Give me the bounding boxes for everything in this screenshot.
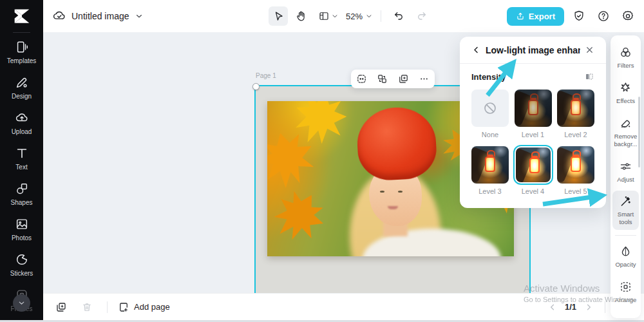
panel-header: Low-light image enhan… (471, 37, 594, 63)
intensity-row: Intensity (471, 71, 594, 82)
undo-button[interactable] (389, 6, 408, 26)
remove-background-icon (619, 117, 632, 130)
sidebar-item-design[interactable]: Design (0, 75, 43, 100)
tool-adjust[interactable]: Adjust (612, 156, 639, 187)
cloud-sync-icon (52, 9, 66, 23)
text-icon (15, 146, 29, 160)
sidebar-item-upload[interactable]: Upload (0, 111, 43, 135)
topbar-right-group: Export (507, 0, 638, 32)
sidebar-item-photos[interactable]: Photos (0, 217, 43, 242)
pagination-divider (605, 301, 605, 313)
templates-icon (15, 40, 29, 54)
tool-arrange[interactable]: Arrange (612, 276, 639, 308)
lantern-thumbnail (516, 147, 551, 182)
sidebar-item-shapes[interactable]: Shapes (0, 182, 43, 206)
redo-button[interactable] (412, 6, 431, 26)
select-subject-icon[interactable] (354, 71, 369, 87)
smart-tools-icon (619, 194, 632, 208)
tool-remove-background[interactable]: Remove backgr... (612, 113, 639, 152)
toolbar-divider (381, 10, 381, 22)
selection-toolbar (351, 70, 435, 88)
subject-lips (388, 206, 398, 209)
opacity-icon (619, 245, 632, 258)
bottom-bar: Add page 1/1 (43, 293, 644, 320)
filters-icon (619, 46, 632, 59)
right-toolbar: Filters Effects Remove backgr... Adjust … (611, 35, 641, 318)
bottom-left-group: Add page (52, 298, 170, 317)
duplicate-page-icon[interactable] (52, 298, 71, 317)
effects-icon (619, 81, 632, 95)
bottom-bar-divider (107, 301, 108, 313)
lantern-thumbnail (557, 90, 594, 127)
help-icon[interactable] (594, 6, 613, 26)
replace-icon[interactable] (375, 71, 390, 87)
upload-icon (15, 111, 29, 125)
shapes-icon (15, 182, 29, 196)
subject-eye (380, 191, 384, 193)
subject-eye (398, 191, 402, 193)
photos-icon (15, 217, 29, 231)
top-bar: Untitled image 52% (43, 0, 644, 32)
panel-divider (460, 63, 606, 64)
zoom-control[interactable]: 52% (346, 12, 373, 21)
select-tool-button[interactable] (269, 6, 288, 26)
intensity-label: Intensity (471, 72, 506, 82)
option-level-3[interactable]: Level 3 (471, 146, 509, 195)
low-light-enhance-panel: Low-light image enhan… Intensity None (460, 37, 606, 208)
tool-opacity[interactable]: Opacity (612, 241, 639, 272)
document-title: Untitled image (71, 11, 129, 21)
lantern-thumbnail (471, 146, 509, 184)
option-level-1[interactable]: Level 1 (515, 90, 552, 138)
add-page-icon (118, 301, 129, 313)
arrange-icon (619, 280, 632, 294)
zoom-chevron-down-icon (365, 12, 373, 20)
sidebar-item-stickers[interactable]: Stickers (0, 252, 43, 277)
add-page-label: Add page (134, 302, 170, 312)
adjust-icon (619, 160, 632, 173)
zoom-level: 52% (346, 12, 363, 21)
sidebar-items: Templates Design Upload Text Shapes Phot… (0, 40, 43, 312)
right-toolbar-divider (615, 235, 636, 236)
more-options-icon[interactable] (417, 71, 432, 87)
delete-page-icon[interactable] (77, 298, 97, 317)
tool-smart-tools[interactable]: Smart tools (612, 191, 639, 230)
panel-title: Low-light image enhan… (486, 45, 580, 55)
close-icon[interactable] (585, 45, 594, 55)
tool-filters[interactable]: Filters (612, 42, 639, 73)
sidebar-divider (13, 32, 30, 33)
previous-page-icon[interactable] (548, 303, 557, 312)
add-page-button[interactable]: Add page (118, 301, 170, 313)
title-chevron-down-icon[interactable] (135, 12, 144, 21)
layout-tool-button[interactable] (315, 6, 342, 26)
page-label: Page 1 (256, 72, 276, 79)
duplicate-icon[interactable] (395, 71, 411, 87)
left-sidebar: Templates Design Upload Text Shapes Phot… (0, 32, 43, 320)
option-none[interactable]: None (471, 90, 509, 138)
app-window: Untitled image 52% (0, 0, 644, 322)
export-button[interactable]: Export (507, 7, 564, 26)
sidebar-item-templates[interactable]: Templates (0, 40, 43, 64)
sidebar-scroll-down-button[interactable] (13, 294, 30, 312)
lantern-thumbnail (557, 146, 594, 184)
back-chevron-icon[interactable] (471, 45, 481, 55)
compare-icon[interactable] (584, 71, 594, 82)
selection-handle-top-left[interactable] (252, 83, 260, 90)
option-level-4[interactable]: Level 4 (515, 146, 552, 195)
next-page-icon[interactable] (584, 303, 593, 312)
canvas-tools: 52% (269, 0, 431, 32)
intensity-options: None Level 1 Level 2 Level 3 Level 4 Lev… (471, 90, 594, 195)
settings-gear-icon[interactable] (618, 6, 638, 26)
capcut-logo[interactable] (0, 0, 43, 32)
sidebar-item-text[interactable]: Text (0, 146, 43, 171)
page-indicator: 1/1 (565, 302, 576, 312)
lantern-thumbnail (515, 90, 552, 127)
export-label: Export (529, 12, 555, 21)
right-toolbar-scrollbar[interactable] (638, 97, 640, 167)
option-level-2[interactable]: Level 2 (557, 90, 594, 138)
safety-shield-icon[interactable] (569, 6, 589, 26)
document-title-group[interactable]: Untitled image (52, 9, 144, 23)
stickers-icon (15, 252, 29, 267)
hand-tool-button[interactable] (292, 6, 311, 26)
option-level-5[interactable]: Level 5 (557, 146, 594, 195)
tool-effects[interactable]: Effects (612, 77, 639, 109)
